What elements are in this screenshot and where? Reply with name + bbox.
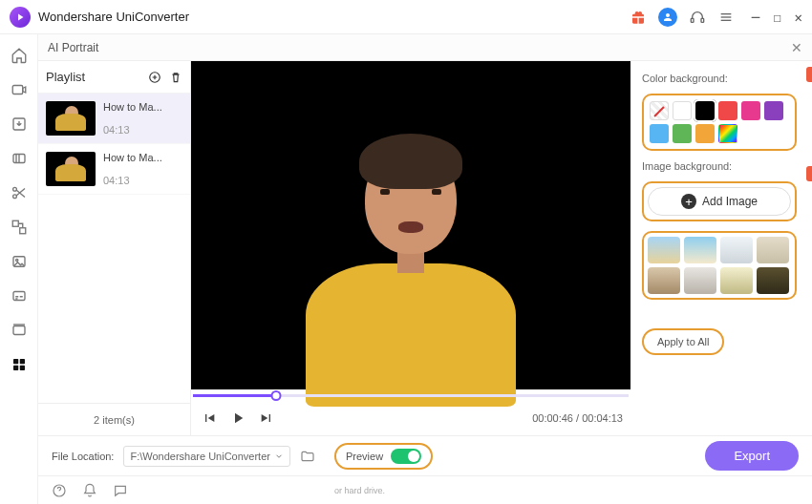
- help-icon[interactable]: [52, 483, 67, 498]
- svg-rect-18: [13, 366, 18, 370]
- prev-button[interactable]: [199, 408, 220, 429]
- color-swatch[interactable]: [650, 124, 669, 143]
- sidebar-merge-icon[interactable]: [6, 214, 32, 241]
- color-custom-swatch[interactable]: [718, 124, 737, 143]
- svg-rect-16: [13, 359, 18, 364]
- bg-image-option[interactable]: [757, 237, 789, 263]
- color-swatch[interactable]: [695, 124, 715, 143]
- playlist-panel: Playlist How to Ma... 04:13: [38, 61, 191, 435]
- playlist-thumbnail: [46, 101, 96, 136]
- sidebar-toolbox-icon[interactable]: [6, 351, 32, 378]
- bg-image-option[interactable]: [648, 237, 680, 263]
- tab-header: AI Portrait ✕: [38, 34, 812, 61]
- app-title: Wondershare UniConverter: [38, 10, 189, 24]
- export-button[interactable]: Export: [705, 441, 799, 471]
- playlist-item-duration: 04:13: [103, 175, 162, 186]
- chevron-down-icon: [274, 452, 284, 461]
- video-subject: [315, 139, 506, 388]
- sidebar-edit-scissors-icon[interactable]: [6, 179, 32, 206]
- playlist-item[interactable]: How to Ma... 04:13: [38, 144, 190, 195]
- color-swatch[interactable]: [673, 124, 692, 143]
- app-logo-icon: [10, 7, 31, 28]
- titlebar: Wondershare UniConverter ─ ☐ ✕: [0, 0, 812, 34]
- playlist-item[interactable]: How to Ma... 04:13: [38, 94, 190, 144]
- svg-rect-0: [691, 18, 694, 22]
- headset-support-icon[interactable]: [689, 9, 706, 26]
- playlist-title: Playlist: [46, 70, 85, 84]
- playlist-thumbnail: [46, 152, 96, 186]
- preview-label: Preview: [346, 451, 383, 462]
- color-swatch[interactable]: [764, 101, 783, 120]
- bg-image-option[interactable]: [757, 267, 789, 294]
- color-swatch[interactable]: [695, 101, 715, 120]
- user-account-icon[interactable]: [658, 8, 677, 27]
- plus-icon: +: [681, 194, 696, 209]
- playlist-item-duration: 04:13: [103, 124, 162, 136]
- video-preview[interactable]: [191, 61, 630, 389]
- open-folder-icon[interactable]: [300, 449, 315, 464]
- panel-marker-icon: [806, 166, 812, 181]
- bg-image-option[interactable]: [720, 237, 753, 263]
- hamburger-menu-icon[interactable]: [717, 9, 735, 26]
- feedback-chat-icon[interactable]: [113, 483, 128, 498]
- tab-title: AI Portrait: [48, 41, 98, 54]
- time-display: 00:00:46 / 00:04:13: [532, 412, 623, 424]
- panel-marker-icon: [806, 67, 812, 82]
- window-minimize-button[interactable]: ─: [752, 10, 759, 25]
- file-location-label: File Location:: [52, 451, 114, 462]
- next-button[interactable]: [256, 408, 277, 429]
- svg-rect-14: [13, 292, 25, 301]
- sidebar-player-icon[interactable]: [6, 317, 32, 344]
- play-button[interactable]: [227, 408, 248, 429]
- playlist-add-icon[interactable]: [148, 71, 161, 84]
- notification-bell-icon[interactable]: [82, 483, 97, 498]
- window-maximize-button[interactable]: ☐: [773, 10, 780, 25]
- footer-hint-text: or hard drive.: [334, 486, 385, 495]
- svg-rect-11: [19, 228, 25, 234]
- preview-toggle[interactable]: [391, 449, 421, 464]
- svg-rect-10: [12, 220, 18, 226]
- sidebar-download-icon[interactable]: [6, 111, 32, 137]
- color-swatch[interactable]: [673, 101, 692, 120]
- preview-toggle-wrap: Preview: [334, 443, 433, 470]
- sidebar-image-icon[interactable]: [6, 248, 32, 275]
- sidebar-subtitle-icon[interactable]: [6, 283, 32, 309]
- playlist-count: 2 item(s): [38, 403, 190, 435]
- bg-image-option[interactable]: [684, 267, 716, 294]
- nav-sidebar: [0, 34, 38, 504]
- image-background-label: Image background:: [642, 160, 797, 172]
- svg-rect-19: [19, 366, 24, 370]
- footer-bar: or hard drive.: [38, 475, 812, 504]
- color-swatches: [642, 94, 797, 151]
- bg-image-option[interactable]: [684, 237, 716, 263]
- color-none-swatch[interactable]: [650, 101, 669, 120]
- bg-image-option[interactable]: [720, 267, 753, 294]
- apply-to-all-button[interactable]: Apply to All: [642, 328, 724, 355]
- svg-rect-15: [13, 326, 25, 335]
- color-swatch[interactable]: [718, 101, 737, 120]
- svg-rect-5: [12, 86, 23, 94]
- svg-point-13: [15, 259, 17, 261]
- svg-rect-1: [701, 18, 704, 22]
- sidebar-home-icon[interactable]: [6, 42, 32, 69]
- file-location-select[interactable]: F:\Wondershare UniConverter: [123, 446, 290, 467]
- playlist-item-title: How to Ma...: [103, 101, 162, 113]
- gift-icon[interactable]: [630, 9, 647, 26]
- sidebar-compress-icon[interactable]: [6, 145, 32, 172]
- add-image-button[interactable]: + Add Image: [648, 187, 791, 216]
- svg-rect-17: [19, 359, 24, 364]
- settings-panel: Color background:: [630, 61, 812, 435]
- bg-image-option[interactable]: [648, 267, 680, 294]
- bottom-bar: File Location: F:\Wondershare UniConvert…: [38, 435, 812, 475]
- image-thumbnails: [642, 231, 797, 300]
- sidebar-video-icon[interactable]: [6, 76, 32, 103]
- window-close-button[interactable]: ✕: [795, 10, 802, 25]
- color-swatch[interactable]: [741, 101, 760, 120]
- color-background-label: Color background:: [642, 73, 797, 84]
- tab-close-button[interactable]: ✕: [791, 40, 802, 55]
- playlist-delete-icon[interactable]: [169, 71, 182, 84]
- playlist-item-title: How to Ma...: [103, 152, 162, 163]
